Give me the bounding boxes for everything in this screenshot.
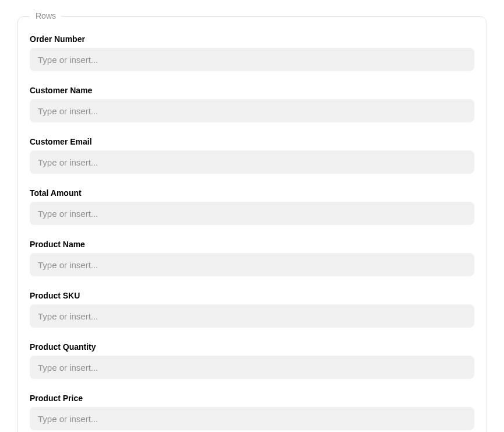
field-row-customer-name: Customer Name (30, 86, 474, 122)
field-row-customer-email: Customer Email (30, 137, 474, 174)
field-row-product-quantity: Product Quantity (30, 342, 474, 379)
customer-email-label: Customer Email (30, 137, 474, 146)
product-price-label: Product Price (30, 394, 474, 403)
total-amount-label: Total Amount (30, 188, 474, 198)
customer-name-input[interactable] (30, 99, 474, 122)
total-amount-input[interactable] (30, 202, 474, 225)
field-row-product-name: Product Name (30, 240, 474, 276)
field-row-product-sku: Product SKU (30, 291, 474, 328)
product-quantity-input[interactable] (30, 356, 474, 379)
customer-email-input[interactable] (30, 150, 474, 174)
product-price-input[interactable] (30, 407, 474, 430)
order-number-label: Order Number (30, 34, 474, 44)
field-row-total-amount: Total Amount (30, 188, 474, 225)
product-sku-label: Product SKU (30, 291, 474, 300)
fieldset-legend: Rows (30, 11, 62, 20)
product-name-input[interactable] (30, 253, 474, 276)
product-sku-input[interactable] (30, 304, 474, 328)
product-name-label: Product Name (30, 240, 474, 249)
order-number-input[interactable] (30, 48, 474, 71)
field-row-order-number: Order Number (30, 34, 474, 71)
field-row-product-price: Product Price (30, 394, 474, 430)
rows-fieldset: Rows Order Number Customer Name Customer… (17, 16, 487, 432)
customer-name-label: Customer Name (30, 86, 474, 95)
product-quantity-label: Product Quantity (30, 342, 474, 352)
